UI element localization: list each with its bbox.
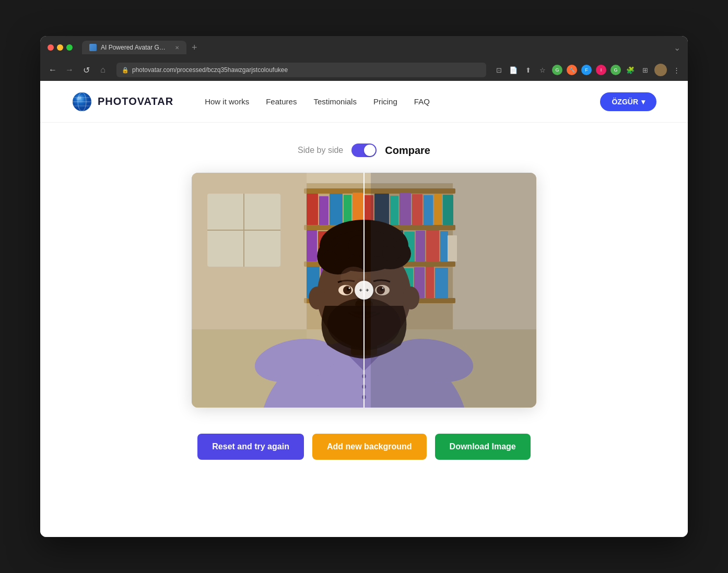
nav-links: How it works Features Testimonials Prici… [205,97,430,106]
image-comparison-container[interactable] [192,173,536,408]
nav-how-it-works[interactable]: How it works [205,97,249,106]
tab-title: AI Powered Avatar Generator - [101,44,169,51]
forward-button[interactable]: → [63,65,76,75]
close-button[interactable] [48,44,54,51]
user-avatar-icon[interactable] [654,64,667,76]
toolbar-icons: ⊡ 📄 ⬆ ☆ G 🔧 F I G 🧩 ⊞ ⋮ [494,64,682,76]
drag-arrows-icon [359,285,369,295]
compare-toggle-area: Side by side Compare [298,144,430,157]
logo-globe-icon [72,91,92,112]
divider-handle[interactable] [355,281,373,300]
ext-pink-icon[interactable]: I [596,65,606,75]
nav-testimonials[interactable]: Testimonials [313,97,357,106]
maximize-button[interactable] [66,44,73,51]
svg-point-70 [348,235,369,256]
reader-icon[interactable]: 📄 [508,65,519,75]
toggle-knob [364,145,375,156]
compare-toggle[interactable] [351,144,377,157]
main-content: Side by side Compare [40,123,688,537]
logo-text: PHOTOVATAR [98,96,173,108]
browser-titlebar: AI Powered Avatar Generator - ✕ + ⌄ [40,36,688,59]
browser-tab-active[interactable]: AI Powered Avatar Generator - ✕ [82,41,186,54]
home-button[interactable]: ⌂ [97,65,109,75]
ext-green-icon[interactable]: G [552,65,562,75]
traffic-lights [48,44,73,51]
action-buttons: Reset and try again Add new background D… [197,434,530,460]
main-navigation: PHOTOVATAR How it works Features Testimo… [40,81,688,123]
address-bar[interactable]: 🔒 photovatar.com/processed/bczq35hawzgar… [116,63,486,77]
ext-g-icon[interactable]: G [610,65,621,75]
nav-pricing[interactable]: Pricing [373,97,397,106]
minimize-button[interactable] [57,44,63,51]
svg-rect-90 [371,173,536,408]
side-by-side-label: Side by side [298,146,343,155]
browser-window: AI Powered Avatar Generator - ✕ + ⌄ ← → … [40,36,688,537]
nav-faq[interactable]: FAQ [414,97,430,106]
window-controls[interactable]: ⌄ [674,43,680,53]
reset-button[interactable]: Reset and try again [197,434,304,460]
tab-bar: AI Powered Avatar Generator - ✕ + [82,41,670,54]
svg-point-73 [323,250,337,265]
download-button[interactable]: Download Image [435,434,531,460]
menu-icon[interactable]: ⋮ [671,65,682,75]
tab-close-icon[interactable]: ✕ [175,45,179,51]
back-button[interactable]: ← [46,65,59,75]
processed-image-side [371,173,536,408]
sidebar-icon[interactable]: ⊞ [640,65,650,75]
tab-favicon [89,44,97,51]
nav-features[interactable]: Features [266,97,297,106]
add-background-button[interactable]: Add new background [312,434,427,460]
url-text: photovatar.com/processed/bczq35hawzgarjs… [132,66,288,74]
bookmark-icon[interactable]: ☆ [537,65,548,75]
right-overlay [371,173,536,408]
svg-point-80 [349,288,350,289]
ext-blue-icon[interactable]: F [581,65,592,75]
chevron-down-icon: ▾ [641,98,645,106]
user-menu-label: ÖZGÜR [612,98,638,106]
ext-orange-icon[interactable]: 🔧 [567,65,577,75]
cast-icon[interactable]: ⊡ [494,65,504,75]
share-icon[interactable]: ⬆ [523,65,533,75]
svg-point-86 [309,286,325,309]
page-content: PHOTOVATAR How it works Features Testimo… [40,81,688,537]
new-tab-button[interactable]: + [189,42,201,53]
refresh-button[interactable]: ↺ [80,65,92,75]
compare-label: Compare [385,145,430,157]
lock-icon: 🔒 [122,67,129,74]
puzzle-icon[interactable]: 🧩 [625,65,636,75]
browser-toolbar: ← → ↺ ⌂ 🔒 photovatar.com/processed/bczq3… [40,59,688,81]
logo[interactable]: PHOTOVATAR [72,91,173,112]
user-menu-button[interactable]: ÖZGÜR ▾ [600,92,656,111]
